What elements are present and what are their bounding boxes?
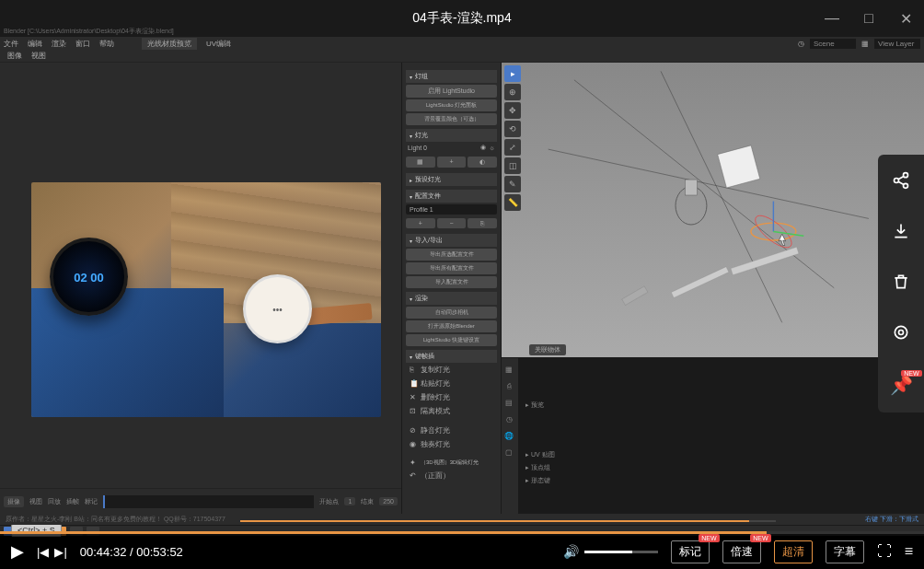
light-item[interactable]: Light 0 ◉ ☼: [406, 142, 497, 153]
paste-icon: 📋: [410, 379, 417, 388]
section-lightgroup[interactable]: 灯组: [406, 70, 497, 83]
svg-rect-11: [671, 267, 728, 298]
maximize-button[interactable]: □: [850, 0, 887, 37]
btn-light-a[interactable]: ▦: [406, 157, 435, 168]
next-button[interactable]: ▶|: [54, 545, 66, 559]
tab-world-icon[interactable]: 🌐: [502, 428, 516, 443]
btn-prof-c[interactable]: ⎘: [468, 218, 497, 228]
timeline-keying[interactable]: 插帧: [66, 497, 79, 506]
section-ops[interactable]: 键帧插: [406, 350, 497, 363]
tab-object-icon[interactable]: ▢: [502, 445, 516, 459]
workspace-tab[interactable]: 光线材质预览: [142, 38, 197, 50]
btn-use-lightstudio[interactable]: 启用 LightStudio: [406, 85, 497, 98]
op-3d-edit[interactable]: ✦（3D视图）3D编辑灯光: [406, 457, 497, 469]
props-tab-icons: ▦ ⎙ ▤ ◷ 🌐 ▢: [502, 358, 518, 514]
btn-export-selected[interactable]: 导出所选配置文件: [406, 249, 497, 261]
light-visibility-icon[interactable]: ◉: [480, 144, 486, 151]
menu-file[interactable]: 文件: [4, 39, 18, 49]
op-paste[interactable]: 📋粘贴灯光: [406, 377, 497, 390]
btn-prof-a[interactable]: +: [406, 218, 435, 228]
menu-window[interactable]: 窗口: [75, 39, 90, 49]
btn-mark[interactable]: 标记 NEW: [671, 540, 710, 563]
frame-end-label: 结束: [361, 497, 374, 506]
timeline-view[interactable]: 视图: [29, 497, 42, 506]
menu-edit[interactable]: 编辑: [28, 39, 42, 49]
window-title: 04手表-渲染.mp4: [412, 10, 511, 27]
op-solo[interactable]: ◉独奏灯光: [406, 437, 497, 451]
tab-scene-icon[interactable]: ◷: [502, 412, 516, 426]
btn-gen-shortcut[interactable]: LightStudio 快捷键设置: [406, 334, 497, 346]
menu-render[interactable]: 渲染: [52, 39, 66, 49]
frame-end[interactable]: 250: [379, 497, 398, 505]
timeline-mode[interactable]: 摄像: [4, 496, 24, 507]
timeline[interactable]: 摄像 视图 回放 插帧 标记 开始点 1 结束 250: [0, 488, 401, 514]
svg-rect-10: [731, 247, 799, 274]
section-render[interactable]: 渲染: [406, 292, 497, 305]
btn-prof-b[interactable]: −: [437, 218, 467, 228]
submenu-image[interactable]: 图像: [7, 51, 22, 61]
tab-output-icon[interactable]: ⎙: [502, 378, 516, 393]
playlist-button[interactable]: ≡: [905, 543, 913, 560]
op-cancel[interactable]: ↶（正面）: [406, 469, 497, 482]
tab-view-icon[interactable]: ▤: [502, 395, 516, 410]
btn-quality[interactable]: 超清: [774, 540, 813, 563]
light-toggle-icon[interactable]: ☼: [490, 145, 495, 151]
workspace-tab-uv[interactable]: UV编辑: [206, 39, 231, 49]
btn-light-b[interactable]: +: [437, 157, 467, 168]
panel-uv[interactable]: ▸ UV 贴图: [522, 448, 920, 461]
download-button[interactable]: [892, 222, 910, 245]
submenu-view[interactable]: 视图: [31, 51, 46, 61]
op-copy[interactable]: ⎘复制灯光: [406, 363, 497, 377]
app-title: Blender [C:\Users\Administrator\Desktop\…: [4, 27, 174, 36]
prev-button[interactable]: |◀: [37, 545, 49, 559]
panel-vertex[interactable]: ▸ 顶点组: [522, 461, 920, 474]
svg-point-15: [895, 179, 899, 183]
frame-start[interactable]: 1: [344, 497, 355, 505]
tab-render-icon[interactable]: ▦: [502, 362, 516, 377]
panel-preview[interactable]: ▸ 预览: [522, 399, 920, 412]
btn-export-all[interactable]: 导出所有配置文件: [406, 262, 497, 274]
volume-control[interactable]: 🔊: [563, 544, 658, 559]
section-config[interactable]: 配置文件: [406, 190, 497, 203]
share-button[interactable]: [892, 171, 910, 194]
3d-viewport[interactable]: ▸ ⊕ ✥ ⟲ ⤢ ◫ ✎ 📏: [502, 63, 924, 357]
timeline-ruler[interactable]: [103, 495, 314, 508]
svg-line-0: [574, 80, 834, 288]
op-isolate[interactable]: ⊡隔离模式: [406, 404, 497, 418]
delete-button[interactable]: [892, 273, 910, 296]
scene-field[interactable]: [810, 39, 856, 49]
svg-rect-5: [685, 180, 697, 195]
section-preset[interactable]: 预设灯光: [406, 173, 497, 186]
pin-button[interactable]: 📌 NEW: [890, 374, 913, 396]
btn-subtitle[interactable]: 字幕: [826, 540, 864, 563]
close-button[interactable]: ✕: [887, 0, 924, 37]
btn-import[interactable]: 导入配置文件: [406, 276, 497, 288]
settings-button[interactable]: [892, 323, 910, 346]
btn-speed[interactable]: 倍速 NEW: [722, 540, 761, 563]
minimize-button[interactable]: —: [814, 0, 850, 37]
btn-open-blender[interactable]: 打开源原始Blender: [406, 320, 497, 332]
profile-field[interactable]: Profile 1: [406, 204, 497, 215]
op-delete[interactable]: ✕删除灯光: [406, 390, 497, 404]
svg-line-2: [549, 149, 869, 218]
timeline-marker[interactable]: 标记: [85, 497, 98, 506]
timeline-playback[interactable]: 回放: [48, 497, 61, 506]
viewlayer-icon: ▦: [861, 40, 869, 48]
section-light[interactable]: 灯光: [406, 129, 497, 142]
svg-point-20: [899, 331, 904, 335]
btn-bg-override[interactable]: 背景覆盖颜色（可选）: [406, 113, 497, 125]
play-button[interactable]: ▶: [11, 541, 24, 562]
section-import-export[interactable]: 导入/导出: [406, 234, 497, 247]
panel-shape[interactable]: ▸ 形态键: [522, 474, 920, 487]
volume-slider[interactable]: [584, 551, 658, 553]
fullscreen-button[interactable]: ⛶: [877, 543, 892, 560]
svg-line-18: [898, 181, 904, 184]
btn-sync-camera[interactable]: 自动同步相机: [406, 307, 497, 319]
viewlayer-field[interactable]: [874, 39, 920, 49]
new-badge: NEW: [750, 534, 770, 542]
btn-lightstudio-panel[interactable]: LightStudio 灯光面板: [406, 99, 497, 111]
menu-help[interactable]: 帮助: [99, 39, 114, 49]
volume-icon[interactable]: 🔊: [563, 544, 579, 559]
btn-light-c[interactable]: ◐: [468, 157, 497, 168]
op-mute[interactable]: ⊘静音灯光: [406, 424, 497, 437]
